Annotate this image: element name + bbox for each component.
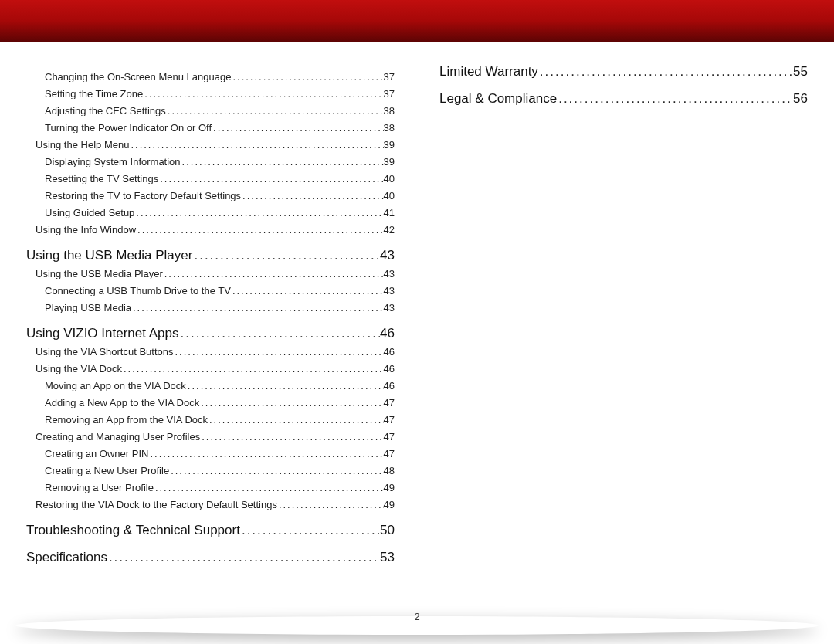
toc-entry[interactable]: Creating an Owner PIN...................… — [26, 449, 395, 459]
toc-entry[interactable]: Changing the On-Screen Menu Language....… — [26, 72, 395, 82]
toc-leader-dots: ........................................… — [143, 89, 383, 99]
toc-entry-page: 47 — [384, 449, 395, 459]
toc-entry-page: 42 — [384, 225, 395, 235]
toc-entry-page: 38 — [384, 123, 395, 133]
toc-entry[interactable]: Adjusting the CEC Settings..............… — [26, 106, 395, 116]
toc-entry-label: Moving an App on the VIA Dock — [45, 381, 186, 391]
toc-leader-dots: ........................................… — [169, 466, 383, 476]
toc-entry-page: 53 — [380, 551, 395, 564]
toc-entry-page: 40 — [384, 174, 395, 184]
toc-entry-label: Restoring the VIA Dock to the Factory De… — [36, 500, 277, 510]
toc-entry-label: Creating an Owner PIN — [45, 449, 148, 459]
toc-entry-label: Resetting the TV Settings — [45, 174, 158, 184]
toc-entry-page: 37 — [384, 89, 395, 99]
toc-entry[interactable]: Connecting a USB Thumb Drive to the TV..… — [26, 286, 395, 296]
toc-leader-dots: ........................................… — [107, 551, 380, 564]
toc-leader-dots: ........................................… — [186, 381, 384, 391]
toc-leader-dots: ........................................… — [231, 286, 384, 296]
toc-entry-label: Using the USB Media Player — [26, 249, 192, 262]
toc-entry[interactable]: Using the VIA Dock......................… — [26, 364, 395, 374]
toc-entry[interactable]: Using Guided Setup......................… — [26, 208, 395, 218]
toc-entry[interactable]: Using the Help Menu.....................… — [26, 140, 395, 150]
toc-entry-page: 43 — [384, 269, 395, 279]
toc-entry-label: Removing a User Profile — [45, 483, 154, 493]
toc-entry[interactable]: Restoring the VIA Dock to the Factory De… — [26, 500, 395, 510]
toc-entry-label: Using the Info Window — [36, 225, 136, 235]
toc-entry[interactable]: Using the USB Media Player..............… — [26, 249, 395, 262]
page-body: Changing the On-Screen Menu Language....… — [0, 42, 834, 625]
toc-entry[interactable]: Using the Info Window...................… — [26, 225, 395, 235]
toc-entry-label: Using the VIA Dock — [36, 364, 122, 374]
toc-column-right: Limited Warranty........................… — [439, 65, 808, 625]
toc-entry-page: 43 — [384, 286, 395, 296]
page-number: 2 — [0, 611, 834, 622]
toc-entry[interactable]: Using the USB Media Player..............… — [26, 269, 395, 279]
toc-leader-dots: ........................................… — [231, 72, 383, 82]
toc-leader-dots: ........................................… — [240, 524, 380, 537]
toc-entry[interactable]: Playing USB Media.......................… — [26, 303, 395, 313]
toc-entry-page: 43 — [380, 249, 395, 262]
toc-entry-page: 46 — [384, 381, 395, 391]
toc-leader-dots: ........................................… — [154, 483, 384, 493]
toc-entry-label: Using Guided Setup — [45, 208, 134, 218]
toc-entry[interactable]: Displaying System Information...........… — [26, 157, 395, 167]
toc-entry-label: Playing USB Media — [45, 303, 131, 313]
toc-entry-label: Changing the On-Screen Menu Language — [45, 72, 231, 82]
toc-leader-dots: ........................................… — [122, 364, 384, 374]
toc-leader-dots: ........................................… — [129, 140, 383, 150]
toc-entry-page: 37 — [384, 72, 395, 82]
toc-entry-label: Using VIZIO Internet Apps — [26, 327, 178, 340]
toc-entry[interactable]: Using the VIA Shortcut Buttons..........… — [26, 347, 395, 357]
toc-leader-dots: ........................................… — [136, 225, 383, 235]
toc-leader-dots: ........................................… — [538, 65, 793, 78]
toc-leader-dots: ........................................… — [174, 347, 384, 357]
toc-entry[interactable]: Removing an App from the VIA Dock.......… — [26, 415, 395, 425]
toc-entry-page: 41 — [384, 208, 395, 218]
toc-entry[interactable]: Restoring the TV to Factory Default Sett… — [26, 191, 395, 201]
toc-entry-page: 47 — [384, 415, 395, 425]
toc-entry-label: Setting the Time Zone — [45, 89, 143, 99]
toc-leader-dots: ........................................… — [131, 303, 384, 313]
toc-entry[interactable]: Creating and Managing User Profiles.....… — [26, 432, 395, 442]
toc-entry-page: 46 — [384, 364, 395, 374]
toc-entry-page: 47 — [384, 432, 395, 442]
toc-entry[interactable]: Setting the Time Zone...................… — [26, 89, 395, 99]
toc-leader-dots: ........................................… — [199, 398, 383, 408]
toc-entry-label: Using the USB Media Player — [36, 269, 163, 279]
toc-entry-page: 38 — [384, 106, 395, 116]
toc-entry-label: Turning the Power Indicator On or Off — [45, 123, 212, 133]
toc-entry[interactable]: Adding a New App to the VIA Dock........… — [26, 398, 395, 408]
toc-entry-label: Creating and Managing User Profiles — [36, 432, 200, 442]
toc-leader-dots: ........................................… — [148, 449, 383, 459]
toc-leader-dots: ........................................… — [241, 191, 383, 201]
toc-entry-page: 46 — [384, 347, 395, 357]
toc-entry[interactable]: Creating a New User Profile.............… — [26, 466, 395, 476]
toc-entry-page: 48 — [384, 466, 395, 476]
toc-entry-label: Legal & Compliance — [439, 92, 557, 105]
toc-leader-dots: ........................................… — [166, 106, 384, 116]
toc-entry-page: 56 — [793, 92, 808, 105]
toc-entry-page: 49 — [384, 500, 395, 510]
toc-column-left: Changing the On-Screen Menu Language....… — [26, 65, 395, 625]
toc-entry-page: 47 — [384, 398, 395, 408]
toc-entry-page: 50 — [380, 524, 395, 537]
toc-entry-page: 39 — [384, 140, 395, 150]
toc-entry[interactable]: Turning the Power Indicator On or Off...… — [26, 123, 395, 133]
toc-entry-label: Specifications — [26, 551, 107, 564]
toc-entry-page: 49 — [384, 483, 395, 493]
toc-entry-label: Using the Help Menu — [36, 140, 129, 150]
toc-leader-dots: ........................................… — [277, 500, 384, 510]
toc-entry[interactable]: Using VIZIO Internet Apps...............… — [26, 327, 395, 340]
toc-entry[interactable]: Specifications..........................… — [26, 551, 395, 564]
toc-entry[interactable]: Removing a User Profile.................… — [26, 483, 395, 493]
toc-entry-label: Adjusting the CEC Settings — [45, 106, 166, 116]
toc-entry-page: 43 — [384, 303, 395, 313]
toc-leader-dots: ........................................… — [208, 415, 384, 425]
toc-entry[interactable]: Troubleshooting & Technical Support.....… — [26, 524, 395, 537]
toc-entry[interactable]: Legal & Compliance......................… — [439, 92, 808, 105]
toc-leader-dots: ........................................… — [134, 208, 383, 218]
toc-entry-label: Limited Warranty — [439, 65, 538, 78]
toc-entry[interactable]: Resetting the TV Settings...............… — [26, 174, 395, 184]
toc-entry[interactable]: Moving an App on the VIA Dock...........… — [26, 381, 395, 391]
toc-entry[interactable]: Limited Warranty........................… — [439, 65, 808, 78]
